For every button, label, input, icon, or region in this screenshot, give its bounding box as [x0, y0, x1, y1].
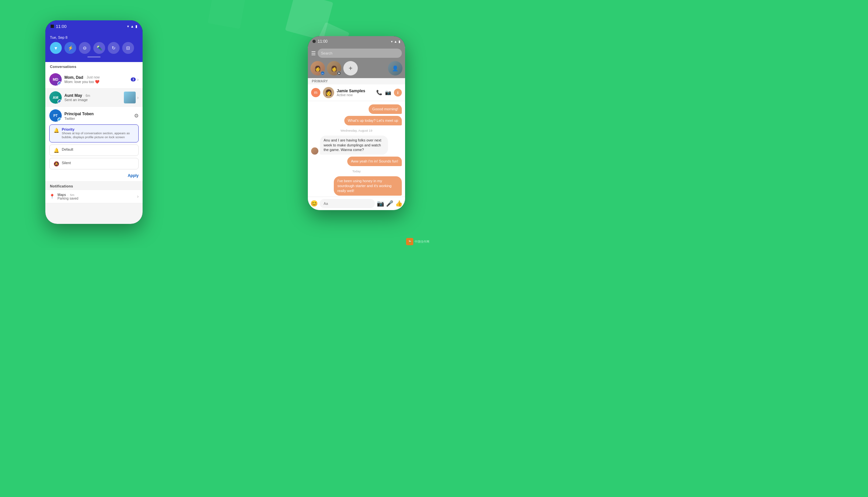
info-icon: i — [397, 90, 399, 95]
primary-label: PRIMARY — [308, 78, 405, 84]
mom-dad-content: Mom, Dad · Just now Mom: love you too ❤️ — [65, 75, 128, 84]
right-status-bar: 11:00 ▾ ▲ ▮ — [308, 36, 405, 47]
priority-desc: Shows at top of conversation section, ap… — [62, 131, 134, 140]
default-bell-icon: 🔔 — [54, 148, 59, 153]
right-time: 11:00 — [318, 39, 328, 44]
story-bar: 👩 m 👩 ▶ + 👤 — [308, 60, 405, 78]
mom-dad-chevron-icon[interactable]: › — [137, 77, 139, 82]
jamie-avatar: 👩 — [323, 87, 334, 98]
messenger-m-icon: m — [322, 72, 323, 74]
chat-actions: 📞 📷 i — [376, 89, 402, 97]
add-icon: + — [348, 65, 353, 72]
aunt-may-chevron-icon[interactable]: › — [137, 95, 139, 100]
watermark: 🍃 中国佳作网 — [406, 238, 429, 245]
maps-notif-message: Parking saved — [57, 197, 134, 200]
mic-icon[interactable]: 🎤 — [386, 200, 393, 207]
story-avatar-3: 👤 — [388, 61, 402, 75]
aunt-may-content: Aunt May · 6m Sent an image — [65, 93, 121, 102]
search-box[interactable]: Search — [318, 48, 402, 58]
maps-time: 5m — [70, 193, 74, 197]
aunt-may-time: 6m — [86, 94, 90, 98]
date-today: Today — [311, 169, 402, 173]
phone-call-icon[interactable]: 📞 — [376, 90, 383, 96]
date-wednesday: Wednesday, August 19 — [311, 129, 402, 132]
right-battery-icon: ▮ — [399, 40, 400, 43]
info-button[interactable]: i — [394, 89, 402, 97]
right-signal-icon: ▲ — [394, 40, 397, 43]
right-status-icons: ▾ ▲ ▮ — [391, 40, 400, 43]
priority-title: Priority — [62, 127, 134, 131]
conv-item-principal-toben: PT t Principal Toben Twitter ⚙ 🔔 Prio — [45, 107, 142, 182]
msg-dumplings-wrap: Anu and I are having folks over next wee… — [311, 136, 402, 155]
conv-item-aunt-may[interactable]: AM m Aunt May · 6m Sent an image › — [45, 89, 142, 107]
left-time: 11:00 — [56, 24, 67, 29]
notif-option-default[interactable]: 🔔 Default — [49, 144, 139, 156]
battery-status-icon: ▮ — [135, 24, 137, 29]
twitter-icon: t — [59, 119, 60, 121]
right-wifi-icon: ▾ — [391, 40, 392, 43]
principal-toben-content: Principal Toben Twitter — [65, 111, 132, 120]
camera-icon — [51, 25, 54, 28]
settings-gear-icon[interactable]: ⚙ — [134, 113, 139, 119]
left-phone: 11:00 ▾ ▲ ▮ Tue, Sep 8 ▾ ⚡ ⊖ 🔦 — [45, 20, 142, 224]
right-camera-icon — [313, 40, 316, 43]
priority-bell-icon: 🔔 — [54, 128, 59, 133]
principal-toben-platform-badge: t — [57, 117, 62, 122]
camera-input-icon[interactable]: 📷 — [377, 200, 384, 207]
messenger-search-bar: ☰ Search — [308, 47, 405, 60]
conv-item-mom-dad[interactable]: MD ● Mom, Dad · Just now Mom: love you t… — [45, 71, 142, 89]
video-call-icon[interactable]: 📷 — [385, 90, 391, 96]
hamburger-menu-icon[interactable]: ☰ — [311, 50, 316, 56]
signal-status-icon: ▲ — [130, 24, 134, 28]
notifications-header: Notifications — [45, 182, 142, 190]
wifi-toggle[interactable]: ▾ — [50, 42, 62, 54]
notif-option-silent[interactable]: 🔕 Silent — [49, 158, 139, 169]
story-bubble-1[interactable]: 👩 m — [311, 61, 325, 75]
aunt-may-image-thumb — [124, 91, 136, 103]
wifi-icon: ▾ — [55, 45, 57, 51]
principal-toben-name: Principal Toben — [65, 112, 94, 116]
chat-messages: Goood morning! What's up today? Let's me… — [308, 101, 405, 197]
flashlight-toggle[interactable]: 🔦 — [93, 42, 105, 54]
message-input[interactable] — [320, 199, 375, 208]
mom-dad-badge: 3 — [131, 77, 136, 81]
story-bubble-2[interactable]: 👩 ▶ — [327, 61, 341, 75]
notification-options: 🔔 Priority Shows at top of conversation … — [49, 124, 139, 169]
chat-header: m 👩 Jamie Samples Active now 📞 📷 i — [308, 84, 405, 101]
story-bubble-3[interactable]: 👤 — [388, 61, 402, 75]
aunt-may-avatar: AM m — [49, 91, 62, 104]
qs-icons-row: ▾ ⚡ ⊖ 🔦 ↻ ⊟ — [50, 42, 138, 54]
rotate-toggle[interactable]: ↻ — [108, 42, 120, 54]
thumbs-up-icon[interactable]: 👍 — [395, 200, 402, 207]
leaf-icon: 🍃 — [408, 240, 412, 244]
mom-dad-message: Mom: love you too ❤️ — [65, 80, 128, 84]
story-messenger-badge: m — [320, 71, 325, 75]
mom-dad-name: Mom, Dad — [65, 75, 83, 80]
battery-saver-toggle[interactable]: ⊟ — [122, 42, 134, 54]
dnd-toggle[interactable]: ⊖ — [79, 42, 91, 54]
principal-toben-avatar: PT t — [49, 109, 62, 122]
chat-input-bar: 😊 📷 🎤 👍 — [308, 197, 405, 210]
watermark-logo-icon: 🍃 — [406, 238, 413, 245]
notif-option-priority[interactable]: 🔔 Priority Shows at top of conversation … — [49, 124, 139, 142]
qs-date: Tue, Sep 8 — [50, 36, 138, 39]
search-placeholder: Search — [321, 51, 332, 55]
apply-button[interactable]: Apply — [128, 173, 139, 178]
principal-toben-subtitle: Twitter — [65, 116, 132, 120]
mom-dad-right: 3 › — [131, 77, 139, 82]
mom-dad-dot: · — [84, 76, 85, 79]
emoji-icon[interactable]: 😊 — [311, 200, 318, 207]
msg-dumplings: Anu and I are having folks over next wee… — [320, 136, 388, 155]
story-add-button[interactable]: + — [343, 61, 358, 75]
back-button[interactable]: m — [311, 88, 320, 97]
right-screen: ☰ Search 👩 m 👩 ▶ + — [308, 47, 405, 210]
left-status-bar: 11:00 ▾ ▲ ▮ — [45, 20, 142, 32]
maps-notif-title: Maps · 5m — [57, 193, 134, 197]
bluetooth-toggle[interactable]: ⚡ — [65, 42, 76, 54]
maps-notif-chevron-icon[interactable]: › — [137, 194, 139, 199]
maps-notification[interactable]: 📍 Maps · 5m Parking saved › — [45, 190, 142, 203]
left-screen: Tue, Sep 8 ▾ ⚡ ⊖ 🔦 ↻ ⊟ — [45, 32, 142, 224]
aunt-may-right: › — [124, 91, 139, 103]
apply-row: Apply — [49, 171, 139, 179]
chat-info: Jamie Samples Active now — [337, 89, 374, 97]
